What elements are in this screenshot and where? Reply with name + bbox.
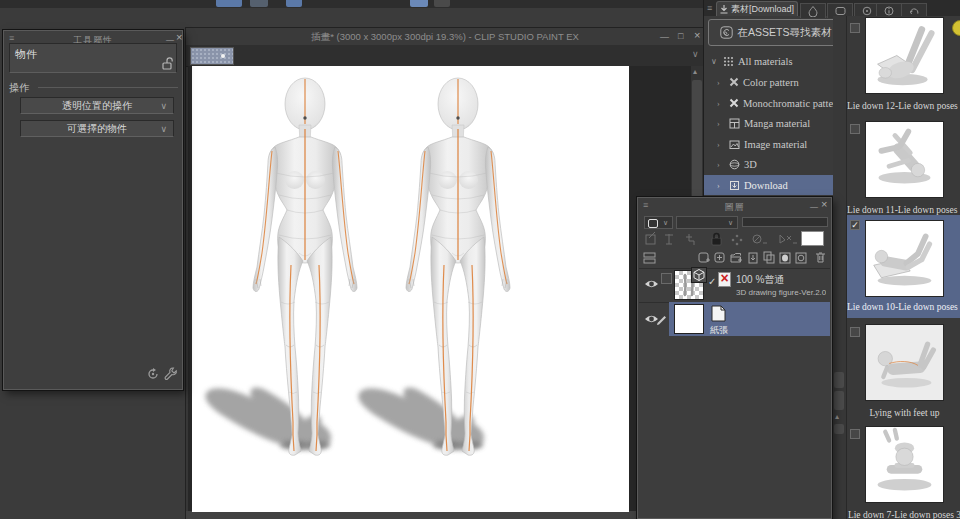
chevron-down-icon: ∨ (663, 219, 668, 227)
material-tabbar: ≡ 素材[Download] (704, 0, 960, 16)
material-panel-menu-icon[interactable]: ≡ (707, 4, 712, 13)
material-checkbox[interactable] (850, 327, 860, 337)
layer-command-toolbar[interactable] (698, 250, 830, 265)
material-checkbox-checked[interactable]: ✓ (850, 220, 860, 230)
canvas-maximize-button[interactable]: □ (678, 32, 683, 41)
dropdown-value: 可選擇的物件 (67, 122, 127, 136)
tree-item-manga-material[interactable]: › Manga material (704, 113, 845, 133)
tab-strip-chevron-icon[interactable]: ∨ (692, 49, 699, 59)
layer-row-paper[interactable]: 紙張 (639, 302, 830, 336)
material-thumbnail[interactable] (865, 324, 944, 401)
material-label: Lie down 10-Lie down poses 5 (847, 302, 960, 312)
chevron-down-icon: ∨ (160, 124, 167, 134)
material-thumbnail[interactable] (865, 426, 944, 503)
material-thumbnail[interactable] (865, 121, 944, 198)
editing-pencil-icon (656, 315, 667, 326)
toolbar-fragment-icon[interactable] (286, 0, 302, 7)
transparent-area-operation-dropdown[interactable]: 透明位置的操作 ∨ (20, 97, 174, 114)
tab-label: 素材[Download] (731, 3, 794, 16)
download-icon (720, 5, 728, 14)
tree-item-download[interactable]: › Download (704, 175, 845, 195)
tool-property-close-button[interactable]: × (176, 33, 182, 42)
material-item[interactable]: Lie down 7-Lie down poses 3 (847, 423, 960, 519)
layer-checkbox[interactable] (661, 273, 672, 284)
canvas-hscrollbar[interactable] (186, 511, 704, 519)
visibility-eye-icon[interactable] (644, 279, 659, 289)
material-checkbox[interactable] (850, 23, 860, 33)
paper-icon (711, 305, 726, 322)
blend-mode-dropdown[interactable]: ∨ (676, 216, 738, 229)
caret-right-icon[interactable]: › (717, 160, 725, 169)
tree-label: Color pattern (743, 77, 799, 88)
caret-right-icon[interactable]: › (717, 140, 725, 149)
strip-button[interactable] (834, 391, 844, 410)
material-checkbox[interactable] (850, 124, 860, 134)
tree-item-monochromatic-pattern[interactable]: › Monochromatic pattern (704, 93, 845, 113)
material-thumbnail[interactable] (865, 17, 944, 94)
layer-lock-toolbar[interactable] (642, 232, 798, 247)
material-item[interactable]: Lie down 12-Lie down poses 5 (847, 17, 960, 117)
layer-panel-close-button[interactable]: × (821, 200, 827, 209)
layer-type-combo[interactable]: ∨ (644, 216, 673, 229)
material-label: Lying with feet up (847, 408, 960, 418)
tree-label: Manga material (744, 118, 810, 129)
layer-palette-icon (648, 219, 658, 228)
toolbar-fragment-icon[interactable] (434, 0, 450, 7)
scroll-up-icon[interactable]: ▴ (835, 412, 839, 421)
caret-right-icon[interactable]: › (717, 99, 725, 108)
unlock-icon[interactable] (162, 57, 173, 70)
tree-item-3d[interactable]: › 3D (704, 154, 845, 174)
caret-down-icon[interactable]: ∨ (711, 57, 719, 66)
tool-property-panel: ≡ 工具屬性 — × 物件 操作 透明位置的操作 ∨ 可選擇的物件 ∨ (3, 30, 183, 390)
canvas-3d-figures[interactable] (191, 65, 628, 511)
material-thumbnail[interactable] (865, 220, 944, 297)
reset-all-settings-icon[interactable] (146, 367, 160, 381)
caret-right-icon[interactable]: › (717, 78, 725, 87)
material-item[interactable]: Lie down 11-Lie down poses 5 (847, 118, 960, 218)
caret-right-icon[interactable]: › (717, 181, 725, 190)
layer-row-3d-figure[interactable]: ✓ × 100 %普通 3D drawing figure-Ver.2.0 (639, 268, 830, 303)
manga-material-icon (729, 118, 740, 129)
chevron-down-icon: ∨ (728, 219, 733, 227)
canvas-tab[interactable] (190, 47, 234, 65)
material-checkbox[interactable] (850, 429, 860, 439)
no-thumbnail-page: × (718, 272, 731, 287)
toolbar-fragment-icon[interactable] (410, 0, 428, 7)
canvas-window-titlebar[interactable]: 插畫* (3000 x 3000px 300dpi 19.3%) - CLIP … (186, 28, 704, 45)
scroll-up-icon[interactable]: ▴ (693, 67, 697, 76)
tab-drop-icon[interactable] (800, 3, 826, 18)
strip-button[interactable] (834, 372, 844, 388)
tree-label: 3D (744, 159, 757, 170)
tree-label: Download (744, 180, 788, 191)
unsaved-dot (221, 54, 225, 58)
tab-material-download[interactable]: 素材[Download] (716, 1, 798, 16)
canvas-close-button[interactable]: × (694, 31, 700, 40)
tool-name-label: 物件 (15, 47, 37, 62)
canvas-minimize-button[interactable]: — (660, 33, 669, 42)
tree-item-all-materials[interactable]: ∨ All materials (704, 51, 845, 71)
caret-right-icon[interactable]: › (717, 119, 725, 128)
toolbar-fragment-icon[interactable] (216, 0, 242, 7)
layer-panel-minimize-button[interactable]: — (810, 202, 818, 211)
operation-section-label: 操作 (9, 81, 29, 95)
search-assets-button[interactable]: 在ASSETS尋找素材 (708, 19, 843, 46)
chevron-down-icon: ∨ (160, 101, 167, 111)
dropdown-value: 透明位置的操作 (62, 99, 132, 113)
wrench-icon[interactable] (163, 366, 178, 381)
material-thumbnails-pane: Lie down 12-Lie down poses 5 Lie down 11… (846, 16, 960, 519)
strip-handle[interactable] (834, 424, 844, 434)
layer-name: 3D drawing figure-Ver.2.0 (736, 288, 826, 297)
selectable-object-dropdown[interactable]: 可選擇的物件 ∨ (20, 120, 174, 137)
material-item[interactable]: Lying with feet up (847, 321, 960, 421)
layer-panel-title: 圖層 (638, 201, 831, 214)
tree-item-color-pattern[interactable]: › Color pattern (704, 72, 845, 92)
toolbar-fragment-icon[interactable] (250, 0, 268, 7)
layer-thumbnail[interactable] (674, 304, 704, 334)
tree-label: All materials (738, 56, 793, 67)
opacity-slider[interactable] (742, 217, 828, 227)
tree-item-image-material[interactable]: › Image material (704, 134, 845, 154)
panel-view-icon[interactable] (643, 252, 656, 264)
canvas-tab-strip: ∨ (186, 45, 704, 67)
material-item-selected[interactable]: ✓ Lie down 10-Lie down poses 5 (847, 215, 960, 318)
layer-color-swatch[interactable] (801, 231, 824, 246)
